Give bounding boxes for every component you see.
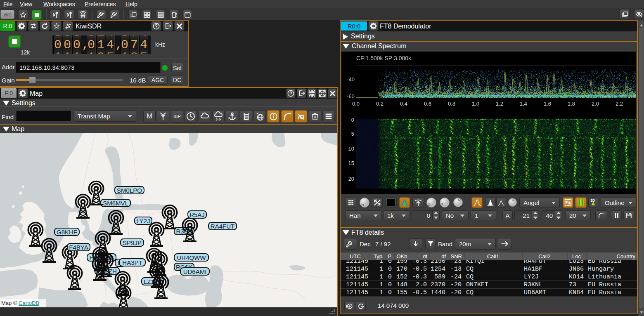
svg-text:3D: 3D <box>590 198 595 203</box>
